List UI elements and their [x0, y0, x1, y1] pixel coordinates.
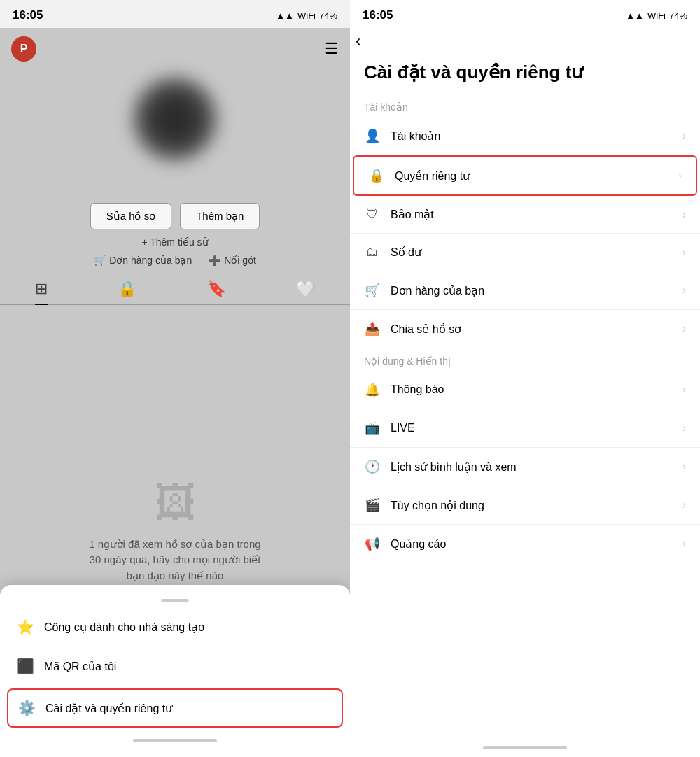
- chevron-account: ›: [682, 129, 686, 142]
- ads-icon: 📢: [364, 536, 381, 551]
- battery-icon-right: 74%: [669, 10, 687, 21]
- share-profile-icon: 📤: [364, 321, 381, 337]
- ads-label: Quảng cáo: [391, 537, 446, 551]
- settings-list: Tài khoản 👤 Tài khoản › 🔒 Quyền riêng tư…: [350, 94, 700, 737]
- chevron-privacy: ›: [678, 169, 682, 182]
- tab-heart[interactable]: 🤍: [296, 280, 315, 304]
- settings-item-left[interactable]: ⚙️ Cài đặt và quyền riêng tư: [7, 688, 343, 728]
- settings-item-notifications[interactable]: 🔔 Thông báo ›: [350, 371, 700, 409]
- photo-placeholder-icon: 🖼: [154, 479, 196, 527]
- security-icon: 🛡: [364, 207, 381, 222]
- history-icon: 🕐: [364, 459, 381, 474]
- settings-item-ads[interactable]: 📢 Quảng cáo ›: [350, 525, 700, 563]
- chevron-content-options: ›: [682, 499, 686, 511]
- content-options-label: Tùy chọn nội dung: [391, 499, 484, 512]
- settings-item-balance[interactable]: 🗂 Số dư ›: [350, 234, 700, 271]
- wifi-icon-right: WiFi: [648, 10, 666, 21]
- qr-icon: ⬛: [17, 658, 34, 674]
- hamburger-icon[interactable]: ☰: [325, 40, 339, 58]
- tab-lock[interactable]: 🔒: [118, 280, 136, 304]
- chevron-ads: ›: [682, 537, 686, 550]
- back-button[interactable]: ‹: [350, 28, 700, 55]
- notifications-icon: 🔔: [364, 382, 381, 397]
- wifi-icon: WiFi: [298, 10, 316, 21]
- status-bar-right: 16:05 ▲▲ WiFi 74%: [350, 0, 700, 28]
- tab-grid[interactable]: ⊞: [35, 280, 48, 305]
- signal-icon: ▲▲: [276, 10, 294, 21]
- noi-got-icon: ➕: [209, 255, 220, 266]
- security-label: Bảo mật: [391, 208, 434, 221]
- settings-item-privacy[interactable]: 🔒 Quyền riêng tư ›: [353, 155, 697, 196]
- balance-label: Số dư: [391, 246, 421, 259]
- settings-item-history[interactable]: 🕐 Lịch sử bình luận và xem ›: [350, 448, 700, 486]
- tab-bookmark[interactable]: 🔖: [207, 280, 226, 304]
- time-left: 16:05: [13, 8, 43, 22]
- settings-item-share-profile[interactable]: 📤 Chia sẻ hồ sơ ›: [350, 310, 700, 348]
- add-bio-link[interactable]: + Thêm tiểu sử: [141, 236, 208, 248]
- edit-profile-button[interactable]: Sửa hồ sơ: [90, 203, 172, 229]
- left-panel: 16:05 ▲▲ WiFi 74% P ☰ Sửa hồ sơ Thêm bạn…: [0, 0, 350, 757]
- noi-got-link[interactable]: ➕ Nối gót: [209, 255, 256, 266]
- privacy-icon: 🔒: [368, 168, 385, 183]
- balance-icon: 🗂: [364, 245, 381, 260]
- profile-viewer-text: 1 người đã xem hồ sơ của bạn trong 30 ng…: [84, 537, 266, 584]
- creator-tools-item[interactable]: ⭐ Công cụ dành cho nhà sáng tạo: [0, 607, 350, 646]
- add-friend-button[interactable]: Thêm bạn: [180, 203, 260, 229]
- orders-link[interactable]: 🛒 Đơn hàng của bạn: [94, 255, 192, 266]
- chevron-history: ›: [682, 460, 686, 473]
- chevron-security: ›: [682, 208, 686, 221]
- orders-icon: 🛒: [364, 283, 381, 298]
- time-right: 16:05: [363, 8, 393, 22]
- live-icon: 📺: [364, 420, 381, 436]
- bottom-sheet: ⭐ Công cụ dành cho nhà sáng tạo ⬛ Mã QR …: [0, 585, 350, 757]
- chevron-share-profile: ›: [682, 323, 686, 335]
- profile-photo: [133, 77, 217, 161]
- privacy-label: Quyền riêng tư: [395, 169, 470, 183]
- live-label: LIVE: [391, 422, 415, 434]
- notifications-label: Thông báo: [391, 383, 444, 396]
- orders-label: Đơn hàng của bạn: [391, 284, 484, 297]
- chevron-balance: ›: [682, 246, 686, 259]
- creator-icon: ⭐: [17, 618, 34, 635]
- battery-icon: 74%: [319, 10, 337, 21]
- chevron-live: ›: [682, 422, 686, 434]
- status-icons-right: ▲▲ WiFi 74%: [626, 10, 687, 21]
- page-title: Cài đặt và quyền riêng tư: [350, 55, 700, 94]
- settings-item-security[interactable]: 🛡 Bảo mật ›: [350, 196, 700, 234]
- status-icons-left: ▲▲ WiFi 74%: [276, 10, 337, 21]
- settings-item-live[interactable]: 📺 LIVE ›: [350, 409, 700, 448]
- profile-tabs: ⊞ 🔒 🔖 🤍: [0, 273, 350, 305]
- qr-code-item[interactable]: ⬛ Mã QR của tôi: [0, 646, 350, 686]
- status-bar-left: 16:05 ▲▲ WiFi 74%: [0, 0, 350, 28]
- chevron-notifications: ›: [682, 383, 686, 396]
- right-panel: 16:05 ▲▲ WiFi 74% ‹ Cài đặt và quyền riê…: [350, 0, 700, 757]
- settings-icon: ⚙️: [18, 700, 36, 716]
- avatar[interactable]: P: [11, 36, 36, 62]
- home-indicator-left: [0, 730, 350, 750]
- account-icon: 👤: [364, 128, 381, 143]
- signal-icon-right: ▲▲: [626, 10, 644, 21]
- chevron-orders: ›: [682, 284, 686, 297]
- profile-links: 🛒 Đơn hàng của bạn ➕ Nối gót: [94, 255, 256, 266]
- settings-item-orders[interactable]: 🛒 Đơn hàng của bạn ›: [350, 271, 700, 310]
- profile-actions: Sửa hồ sơ Thêm bạn: [90, 203, 260, 229]
- settings-item-account[interactable]: 👤 Tài khoản ›: [350, 117, 700, 155]
- content-options-icon: 🎬: [364, 497, 381, 513]
- section-label-account: Tài khoản: [350, 94, 700, 117]
- home-indicator-right: [350, 737, 700, 757]
- section-label-content: Nội dung & Hiển thị: [350, 348, 700, 371]
- account-label: Tài khoản: [391, 129, 440, 143]
- profile-header: P ☰: [0, 28, 350, 70]
- cart-icon: 🛒: [94, 255, 106, 266]
- history-label: Lịch sử bình luận và xem: [391, 460, 517, 474]
- settings-item-content-options[interactable]: 🎬 Tùy chọn nội dung ›: [350, 486, 700, 525]
- share-profile-label: Chia sẻ hồ sơ: [391, 323, 461, 336]
- bottom-indicator: [161, 599, 189, 602]
